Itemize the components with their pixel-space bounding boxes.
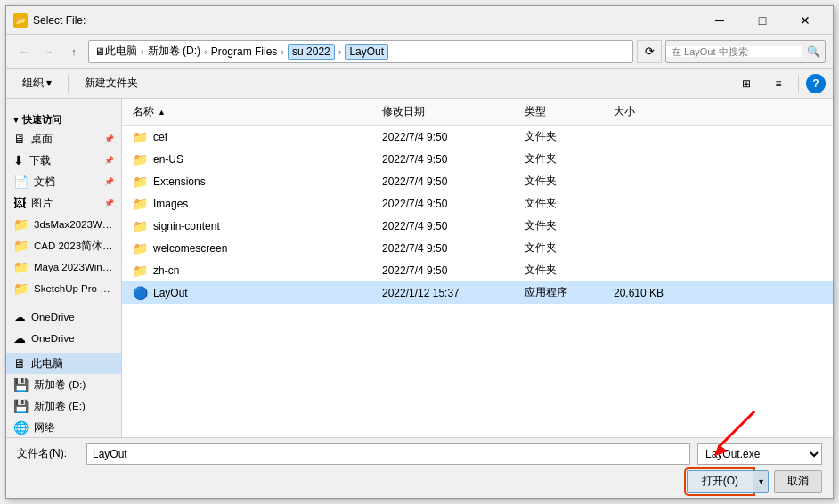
file-name: LayOut: [153, 287, 188, 299]
file-type-cell: 文件夹: [521, 127, 610, 146]
file-type-cell: 文件夹: [521, 239, 610, 257]
view-icon-button[interactable]: ⊞: [734, 73, 759, 94]
sidebar-item-documents[interactable]: 📄 文档 📌: [6, 171, 121, 192]
folder-icon-cad: 📁: [13, 239, 29, 253]
path-segment-4[interactable]: LayOut: [345, 44, 388, 60]
file-name: signin-content: [153, 220, 220, 232]
downloads-icon: ⬇: [13, 153, 24, 167]
col-size[interactable]: 大小: [610, 102, 681, 121]
network-icon: 🌐: [13, 420, 29, 435]
file-name: Images: [153, 198, 188, 210]
file-name-cell: 📁 Extensions: [129, 173, 379, 191]
file-name: en-US: [153, 153, 183, 166]
filetype-select[interactable]: LayOut.exe: [697, 443, 822, 465]
table-row[interactable]: 📁 en-US 2022/7/4 9:50 文件夹: [122, 148, 833, 170]
folder-icon-3dsmax: 📁: [13, 217, 29, 232]
table-row[interactable]: 📁 welcomescreen 2022/7/4 9:50 文件夹: [122, 237, 833, 259]
table-row[interactable]: 🔵 LayOut 2022/1/12 15:37 应用程序 20,610 KB: [122, 281, 833, 304]
pin-icon-pictures: 📌: [104, 199, 114, 207]
back-button[interactable]: ←: [13, 41, 35, 62]
file-name-cell: 📁 en-US: [129, 150, 379, 168]
folder-icon: 📁: [133, 197, 148, 211]
maximize-button[interactable]: □: [742, 7, 783, 34]
sidebar-item-network[interactable]: 🌐 网络: [6, 417, 121, 437]
path-segment-3[interactable]: su 2022: [288, 44, 335, 60]
sidebar-item-this-pc[interactable]: 🖥 此电脑: [6, 353, 121, 374]
file-modified-cell: 2022/7/4 9:50: [379, 151, 521, 167]
table-row[interactable]: 📁 signin-content 2022/7/4 9:50 文件夹: [122, 215, 833, 237]
file-size-cell: [610, 247, 681, 250]
path-segment-2: Program Files: [211, 45, 278, 58]
help-button[interactable]: ?: [806, 74, 826, 93]
window-controls: ─ □ ✕: [699, 7, 826, 34]
path-segment-1: 新加卷 (D:): [148, 44, 200, 59]
refresh-button[interactable]: ⟳: [637, 40, 662, 63]
title-bar: 📂 Select File: ─ □ ✕: [6, 6, 833, 35]
sidebar-item-onedrive2[interactable]: ☁ OneDrive: [6, 328, 121, 349]
open-dropdown-button[interactable]: ▾: [753, 470, 769, 493]
file-name: Extensions: [153, 175, 206, 188]
file-modified-cell: 2022/7/4 9:50: [379, 174, 521, 190]
file-modified-cell: 2022/7/4 9:50: [379, 196, 521, 212]
search-icon-button[interactable]: 🔍: [802, 41, 825, 62]
sidebar-item-drive-e[interactable]: 💾 新加卷 (E:): [6, 395, 121, 417]
drive-e-icon: 💾: [13, 399, 29, 413]
file-modified-cell: 2022/7/4 9:50: [379, 240, 521, 256]
sidebar-item-cad2023[interactable]: 📁 CAD 2023简体中文: [6, 235, 121, 256]
file-type-cell: 应用程序: [521, 283, 610, 302]
sidebar-item-sketchup[interactable]: 📁 SketchUp Pro 202: [6, 278, 121, 299]
file-list-area: 名称 ▲ 修改日期 类型 大小 📁 cef 2022/7/4 9:50 文件: [122, 99, 833, 437]
col-modified[interactable]: 修改日期: [379, 102, 521, 121]
open-button[interactable]: 打开(O): [687, 470, 753, 493]
organize-button[interactable]: 组织 ▾: [13, 72, 61, 95]
address-path[interactable]: 🖥 此电脑 › 新加卷 (D:) › Program Files › su 20…: [88, 40, 633, 63]
file-type-cell: 文件夹: [521, 216, 610, 235]
sidebar-item-desktop[interactable]: 🖥 桌面 📌: [6, 128, 121, 150]
file-name-cell: 📁 cef: [129, 128, 379, 146]
sidebar-item-3dsmax[interactable]: 📁 3dsMax2023Win6: [6, 214, 121, 235]
title-bar-left: 📂 Select File:: [13, 13, 86, 28]
file-type-cell: 文件夹: [521, 172, 610, 191]
new-folder-button[interactable]: 新建文件夹: [76, 72, 147, 95]
forward-button[interactable]: →: [38, 41, 60, 62]
cancel-button[interactable]: 取消: [774, 470, 822, 493]
view-list-button[interactable]: ≡: [766, 73, 791, 94]
search-input[interactable]: [666, 46, 802, 57]
filename-input[interactable]: [86, 443, 690, 465]
sidebar-item-drive-d[interactable]: 💾 新加卷 (D:): [6, 374, 121, 395]
close-button[interactable]: ✕: [785, 7, 826, 34]
table-row[interactable]: 📁 Images 2022/7/4 9:50 文件夹: [122, 192, 833, 215]
table-row[interactable]: 📁 cef 2022/7/4 9:50 文件夹: [122, 126, 833, 148]
filename-row: 文件名(N): LayOut.exe: [17, 443, 822, 465]
col-type[interactable]: 类型: [521, 102, 610, 121]
file-list-header: 名称 ▲ 修改日期 类型 大小: [122, 99, 833, 126]
table-row[interactable]: 📁 Extensions 2022/7/4 9:50 文件夹: [122, 170, 833, 192]
file-name-cell: 🔵 LayOut: [129, 284, 379, 302]
file-name-cell: 📁 Images: [129, 195, 379, 213]
table-row[interactable]: 📁 zh-cn 2022/7/4 9:50 文件夹: [122, 259, 833, 281]
file-type-cell: 文件夹: [521, 261, 610, 280]
sidebar-item-downloads[interactable]: ⬇ 下载 📌: [6, 150, 121, 171]
folder-icon: 📁: [133, 152, 148, 167]
search-box[interactable]: 🔍: [665, 40, 826, 63]
dialog-title: Select File:: [33, 14, 86, 27]
up-button[interactable]: ↑: [63, 41, 85, 62]
file-size-cell: [610, 202, 681, 206]
folder-icon: 📁: [133, 130, 148, 144]
col-name[interactable]: 名称 ▲: [129, 102, 379, 121]
file-modified-cell: 2022/7/4 9:50: [379, 129, 521, 145]
sidebar-item-pictures[interactable]: 🖼 图片 📌: [6, 192, 121, 214]
sidebar-item-onedrive1[interactable]: ☁ OneDrive: [6, 306, 121, 328]
content-area: ▾ 快速访问 🖥 桌面 📌 ⬇ 下载 📌 📄 文档 📌: [6, 99, 833, 437]
file-name-cell: 📁 zh-cn: [129, 262, 379, 280]
sidebar-item-maya[interactable]: 📁 Maya 2023Win64I: [6, 256, 121, 278]
sort-arrow: ▲: [158, 108, 166, 117]
folder-icon: 📁: [133, 175, 148, 189]
file-size-cell: [610, 158, 681, 161]
minimize-button[interactable]: ─: [699, 7, 740, 34]
drive-d-icon: 💾: [13, 378, 29, 392]
file-type-cell: 文件夹: [521, 194, 610, 213]
file-name: zh-cn: [153, 264, 179, 277]
file-rows-container: 📁 cef 2022/7/4 9:50 文件夹 📁 en-US 2022/7/4…: [122, 126, 833, 304]
open-btn-group: 打开(O) ▾: [687, 470, 769, 493]
